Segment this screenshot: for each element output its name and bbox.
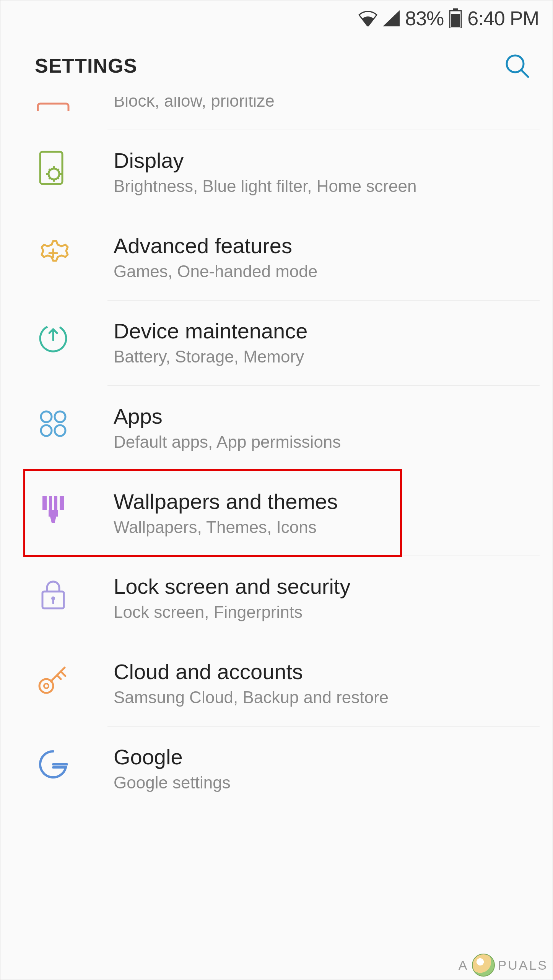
clock-text: 6:40 PM xyxy=(467,7,539,30)
svg-line-17 xyxy=(57,169,59,171)
battery-percentage: 83% xyxy=(405,7,444,30)
settings-item-wallpapers-themes[interactable]: Wallpapers and themes Wallpapers, Themes… xyxy=(0,471,553,556)
watermark-text-a: A xyxy=(459,958,469,973)
settings-item-notifications[interactable]: Block, allow, prioritize xyxy=(0,97,553,130)
settings-item-title: Apps xyxy=(114,404,341,429)
svg-point-23 xyxy=(41,425,52,436)
settings-item-title: Advanced features xyxy=(114,233,317,258)
svg-rect-3 xyxy=(451,14,460,27)
settings-item-display[interactable]: Display Brightness, Blue light filter, H… xyxy=(0,130,553,215)
device-maintenance-icon xyxy=(35,320,72,357)
settings-item-title: Wallpapers and themes xyxy=(114,489,338,514)
settings-item-cloud-accounts[interactable]: Cloud and accounts Samsung Cloud, Backup… xyxy=(0,641,553,726)
svg-rect-29 xyxy=(49,510,58,517)
svg-marker-0 xyxy=(383,10,400,26)
watermark-avatar-icon xyxy=(472,954,495,977)
svg-line-5 xyxy=(521,70,528,77)
svg-point-21 xyxy=(41,411,52,422)
settings-item-sub: Samsung Cloud, Backup and restore xyxy=(114,687,389,708)
settings-item-title: Device maintenance xyxy=(114,319,307,344)
settings-item-title: Google xyxy=(114,744,231,770)
watermark: A PUALS xyxy=(459,954,548,977)
wallpapers-icon xyxy=(35,491,72,527)
settings-screen: 83% 6:40 PM SETTINGS Block, allow, prior… xyxy=(0,0,553,980)
svg-line-16 xyxy=(49,177,50,179)
svg-point-22 xyxy=(55,411,65,422)
signal-icon xyxy=(383,10,400,26)
svg-point-24 xyxy=(55,425,65,436)
wifi-icon xyxy=(358,10,377,26)
svg-rect-6 xyxy=(38,104,68,111)
settings-item-device-maintenance[interactable]: Device maintenance Battery, Storage, Mem… xyxy=(0,300,553,385)
battery-icon xyxy=(449,8,462,28)
watermark-text-rest: PUALS xyxy=(498,958,548,973)
search-button[interactable] xyxy=(504,52,530,79)
svg-line-37 xyxy=(57,675,61,679)
settings-item-lock-screen[interactable]: Lock screen and security Lock screen, Fi… xyxy=(0,556,553,641)
svg-line-14 xyxy=(49,169,50,171)
advanced-features-icon xyxy=(35,235,72,271)
display-icon xyxy=(35,150,72,186)
apps-icon xyxy=(35,405,72,442)
settings-item-google[interactable]: Google Google settings xyxy=(0,726,553,811)
header: SETTINGS xyxy=(0,33,553,102)
settings-item-sub: Brightness, Blue light filter, Home scre… xyxy=(114,176,416,197)
settings-item-sub: Google settings xyxy=(114,773,231,793)
settings-item-title: Lock screen and security xyxy=(114,574,350,599)
page-title: SETTINGS xyxy=(35,54,137,77)
settings-item-sub: Battery, Storage, Memory xyxy=(114,347,307,367)
key-icon xyxy=(35,661,72,697)
status-bar: 83% 6:40 PM xyxy=(0,0,553,33)
svg-line-36 xyxy=(61,671,65,676)
settings-item-sub: Games, One-handed mode xyxy=(114,262,317,282)
settings-item-sub: Wallpapers, Themes, Icons xyxy=(114,517,338,538)
settings-item-title: Display xyxy=(114,148,416,173)
settings-item-apps[interactable]: Apps Default apps, App permissions xyxy=(0,385,553,471)
svg-point-34 xyxy=(44,684,49,688)
search-icon xyxy=(504,52,530,79)
settings-item-sub: Lock screen, Fingerprints xyxy=(114,602,350,622)
settings-list: Block, allow, prioritize Display Brightn… xyxy=(0,97,553,811)
settings-item-advanced-features[interactable]: Advanced features Games, One-handed mode xyxy=(0,215,553,300)
notifications-icon xyxy=(35,97,72,111)
settings-item-sub: Default apps, App permissions xyxy=(114,432,341,452)
lock-icon xyxy=(35,575,72,612)
svg-line-15 xyxy=(57,177,59,179)
settings-item-title: Cloud and accounts xyxy=(114,659,389,684)
google-icon xyxy=(35,746,72,783)
settings-item-sub: Block, allow, prioritize xyxy=(114,97,275,111)
